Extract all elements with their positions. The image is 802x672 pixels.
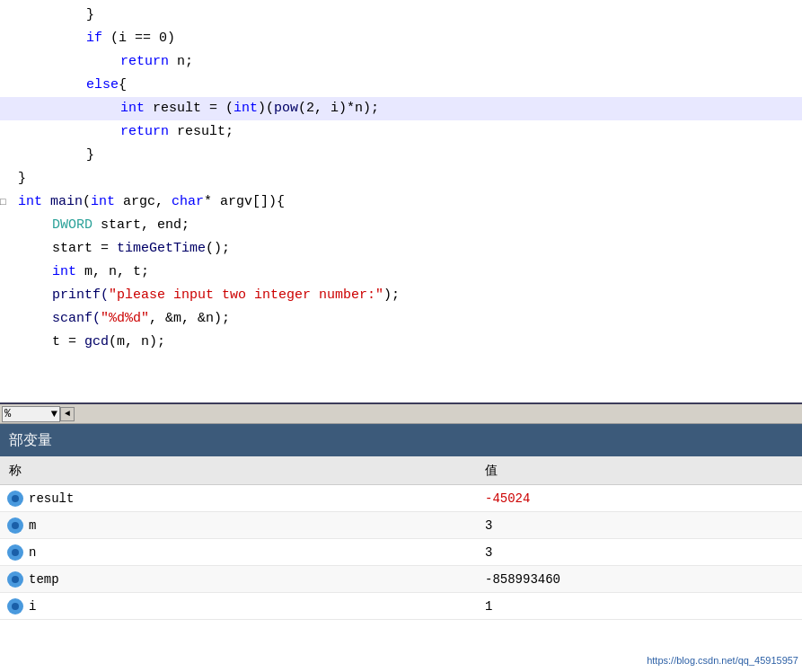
- code-token: n;: [169, 54, 193, 69]
- line-code-text: DWORD start, end;: [14, 214, 802, 237]
- horizontal-scrollbar[interactable]: % ▼ ◄: [0, 404, 802, 424]
- code-line: start = timeGetTime();: [0, 237, 802, 261]
- code-token: (m, n);: [109, 334, 165, 349]
- zoom-label: %: [4, 408, 11, 420]
- line-code-text: }: [14, 144, 802, 167]
- code-token: * argv[]){: [204, 194, 285, 209]
- code-token: argc,: [115, 194, 172, 209]
- code-token: (2, i)*n);: [298, 101, 379, 116]
- code-token: );: [383, 287, 400, 303]
- variable-value: 1: [476, 599, 802, 614]
- code-token: "%d%d": [101, 311, 149, 326]
- code-token: start =: [52, 241, 117, 256]
- code-token: else: [86, 77, 119, 93]
- code-editor: }if (i == 0)return n;else{int result = (…: [0, 0, 802, 404]
- variable-name: result: [29, 491, 74, 506]
- line-code-text: }: [14, 4, 802, 27]
- collapse-button[interactable]: □: [0, 190, 14, 214]
- line-code-text: int main(int argc, char* argv[]){: [14, 190, 802, 214]
- code-token: pow: [274, 101, 298, 116]
- code-token: int: [91, 194, 115, 209]
- line-code-text: return n;: [14, 50, 802, 74]
- variable-value: -858993460: [476, 572, 802, 587]
- code-line: t = gcd(m, n);: [0, 331, 802, 354]
- code-token: start, end;: [93, 217, 189, 233]
- variable-name-cell: i: [0, 598, 476, 615]
- variable-row: n3: [0, 539, 802, 566]
- variable-name: n: [29, 545, 36, 560]
- code-line: }: [0, 4, 802, 27]
- scroll-left-button[interactable]: ◄: [60, 407, 75, 421]
- code-token: [42, 194, 50, 209]
- dropdown-arrow-icon[interactable]: ▼: [51, 408, 57, 420]
- variable-icon: [7, 517, 23, 534]
- code-token: , &m, &n);: [149, 311, 230, 326]
- variable-value: 3: [476, 518, 802, 533]
- table-header-row: 称 值: [0, 456, 802, 485]
- variable-value: -45024: [476, 491, 802, 506]
- code-token: }: [18, 171, 26, 186]
- code-token: m, n, t;: [76, 264, 149, 279]
- code-token: (: [83, 194, 91, 209]
- line-code-text: int m, n, t;: [14, 261, 802, 284]
- code-token: DWORD: [52, 217, 93, 233]
- code-token: int: [18, 194, 42, 209]
- code-line: printf("please input two integer number:…: [0, 284, 802, 307]
- code-line: return result;: [0, 120, 802, 144]
- code-token: timeGetTime: [117, 241, 206, 256]
- line-code-text: t = gcd(m, n);: [14, 331, 802, 354]
- zoom-dropdown[interactable]: % ▼: [2, 406, 60, 422]
- line-code-text: start = timeGetTime();: [14, 237, 802, 261]
- code-line: DWORD start, end;: [0, 214, 802, 237]
- code-token: int: [234, 101, 258, 116]
- code-line: int m, n, t;: [0, 261, 802, 284]
- variable-icon: [7, 571, 23, 588]
- code-token: int: [120, 101, 145, 116]
- variable-name: i: [29, 599, 36, 614]
- line-code-text: else{: [14, 74, 802, 97]
- code-token: return: [120, 124, 169, 139]
- variable-icon: [7, 491, 23, 507]
- code-line: □int main(int argc, char* argv[]){: [0, 190, 802, 214]
- code-token: result = (: [145, 101, 234, 116]
- code-token: }: [86, 147, 94, 163]
- code-token: if: [86, 31, 102, 46]
- code-token: gcd: [84, 334, 109, 349]
- code-line: else{: [0, 74, 802, 97]
- variables-panel-header: 部变量: [0, 424, 802, 456]
- code-token: (i == 0): [102, 31, 175, 46]
- line-code-text: return result;: [14, 120, 802, 144]
- line-code-text: if (i == 0): [14, 27, 802, 50]
- variable-name: temp: [29, 572, 59, 587]
- variable-icon: [7, 544, 23, 561]
- variable-row: result-45024: [0, 485, 802, 512]
- code-line: if (i == 0): [0, 27, 802, 50]
- line-code-text: }: [14, 167, 802, 190]
- code-token: main: [50, 194, 83, 209]
- column-name-header: 称: [0, 463, 476, 479]
- variable-name-cell: temp: [0, 571, 476, 588]
- code-token: result;: [169, 124, 234, 139]
- code-token: int: [52, 264, 76, 279]
- code-token: scanf(: [52, 311, 101, 326]
- code-token: char: [172, 194, 204, 209]
- variables-panel-title: 部变量: [9, 431, 52, 450]
- code-line: }: [0, 144, 802, 167]
- variable-row: m3: [0, 512, 802, 539]
- code-token: return: [120, 54, 169, 69]
- code-token: t =: [52, 334, 84, 349]
- variable-name-cell: m: [0, 517, 476, 534]
- line-code-text: scanf("%d%d", &m, &n);: [14, 307, 802, 331]
- line-code-text: printf("please input two integer number:…: [14, 284, 802, 307]
- variables-table: 称 值 result-45024m3n3temp-858993460i1: [0, 456, 802, 672]
- scroll-track[interactable]: [76, 407, 800, 421]
- code-token: {: [119, 77, 127, 93]
- variable-icon: [7, 598, 23, 615]
- line-code-text: int result = (int)(pow(2, i)*n);: [14, 97, 802, 120]
- variable-value: 3: [476, 545, 802, 560]
- code-line: int result = (int)(pow(2, i)*n);: [0, 97, 802, 120]
- variable-row: i1: [0, 593, 802, 620]
- watermark: https://blog.csdn.net/qq_45915957: [647, 652, 798, 668]
- code-token: }: [86, 7, 94, 22]
- code-line: scanf("%d%d", &m, &n);: [0, 307, 802, 331]
